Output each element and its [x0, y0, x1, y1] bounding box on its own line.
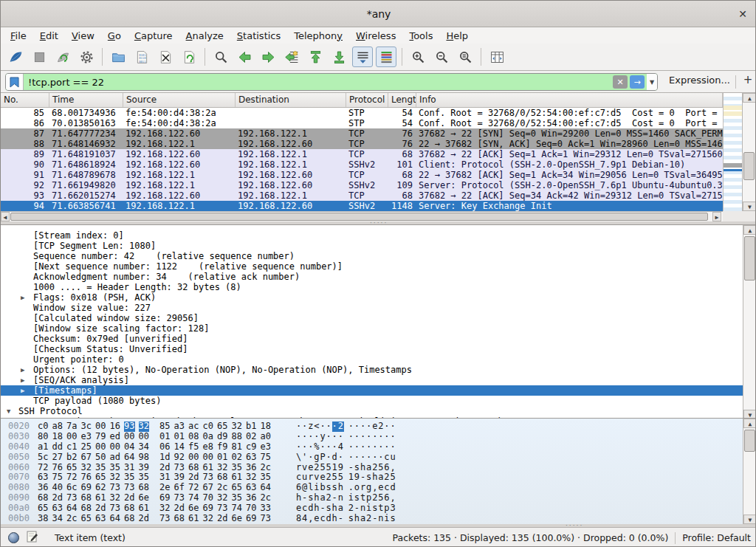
detail-line[interactable]: [Window size scaling factor: 128]	[1, 323, 743, 334]
ascii-char[interactable]: h	[338, 483, 344, 493]
status-profile[interactable]: Profile: Default	[682, 532, 751, 543]
hex-byte[interactable]: 2d	[95, 503, 106, 514]
scroll-right-icon[interactable]: ▶	[712, 212, 721, 221]
hex-bytes[interactable]: 72766532353531392d7368613235362c	[38, 463, 275, 473]
hex-byte[interactable]: 69	[203, 503, 214, 514]
hex-byte[interactable]: 74	[188, 493, 199, 503]
packet-row-92[interactable]: 9271.661949820192.168.122.1192.168.122.6…	[1, 180, 723, 190]
ascii-char[interactable]: 2	[378, 422, 384, 432]
ascii-char[interactable]: 3	[390, 503, 396, 514]
hex-byte[interactable]: 32	[232, 422, 243, 432]
hex-byte[interactable]: 72	[38, 463, 49, 473]
ascii-char[interactable]: i	[366, 503, 372, 514]
detail-line[interactable]: ▶Options: (12 bytes), No-Operation (NOP)…	[1, 365, 743, 375]
detail-line[interactable]: ▶[Timestamps]	[1, 385, 743, 396]
ascii-char[interactable]: s	[372, 503, 378, 514]
ascii-char[interactable]: .	[348, 483, 354, 493]
ascii-char[interactable]: i	[348, 493, 354, 503]
hex-ascii[interactable]: \'·gP·d·······cu	[296, 453, 396, 463]
go-forward-button[interactable]	[258, 47, 278, 67]
menu-tools[interactable]: Tools	[402, 29, 439, 43]
hex-byte[interactable]: 68	[217, 472, 228, 483]
scroll-up-icon[interactable]: ▲	[743, 419, 756, 428]
hex-row-0020[interactable]: 0020c0a87a3c0016933285a3acc06532b118··z<…	[1, 422, 743, 432]
scroll-down-icon[interactable]: ▼	[743, 202, 756, 211]
ascii-char[interactable]: ·	[302, 432, 308, 442]
restart-capture-button[interactable]	[52, 47, 73, 67]
hex-ascii[interactable]: ··z<···2····e2··	[296, 422, 396, 432]
ascii-char[interactable]: ·	[360, 453, 366, 463]
ascii-char[interactable]: c	[302, 503, 308, 514]
packet-list-vscrollbar[interactable]: ▲ ▼	[742, 93, 756, 211]
column-header-length[interactable]: Length	[388, 93, 416, 107]
hex-ascii[interactable]: 6@libssh.org,ecd	[296, 483, 396, 493]
hex-bytes[interactable]: 682d736861322d6e697374703235362c	[38, 493, 275, 503]
ascii-char[interactable]: e	[378, 483, 384, 493]
hex-byte[interactable]: 08	[188, 432, 199, 442]
ascii-char[interactable]: h	[314, 503, 320, 514]
hex-byte[interactable]: 73	[174, 493, 185, 503]
ascii-char[interactable]: p	[384, 503, 390, 514]
hex-byte[interactable]: 69	[159, 493, 171, 503]
ascii-char[interactable]: c	[384, 483, 390, 493]
hex-byte[interactable]: 2c	[261, 493, 272, 503]
hex-byte[interactable]: 68	[139, 483, 150, 493]
hex-ascii[interactable]: rve25519-sha256,	[296, 463, 396, 473]
ascii-char[interactable]: ·	[326, 422, 331, 432]
ascii-char[interactable]: ·	[372, 453, 378, 463]
ascii-char[interactable]: -	[360, 472, 366, 483]
hex-byte[interactable]: 68	[188, 463, 199, 473]
hex-byte[interactable]: 73	[203, 472, 214, 483]
hex-byte[interactable]: 68	[124, 514, 135, 524]
ascii-char[interactable]: l	[308, 483, 314, 493]
detail-line[interactable]: Checksum: 0x79ed [unverified]	[1, 334, 743, 344]
ascii-char[interactable]: s	[326, 503, 331, 514]
scrollbar-thumb[interactable]	[10, 213, 708, 221]
detail-line[interactable]: Acknowledgment number: 34 (relative ack …	[1, 272, 743, 282]
ascii-char[interactable]: z	[308, 422, 314, 432]
hex-byte[interactable]: f5	[188, 442, 199, 453]
hex-byte[interactable]: 00	[110, 442, 121, 453]
ascii-char[interactable]: e	[314, 514, 320, 524]
zoom-out-button[interactable]	[431, 47, 452, 67]
packet-row-89[interactable]: 8971.648191037192.168.122.60192.168.122.…	[1, 149, 723, 159]
hex-byte[interactable]: 61	[203, 463, 214, 473]
ascii-char[interactable]: ·	[326, 453, 331, 463]
ascii-char[interactable]: ·	[390, 442, 396, 453]
packet-list-hscrollbar[interactable]: ◀ ▶	[1, 211, 723, 221]
ascii-char[interactable]: y	[320, 432, 326, 442]
ascii-char[interactable]: r	[360, 483, 366, 493]
hex-row-0090[interactable]: 0090682d736861322d6e697374703235362ch-sh…	[1, 493, 743, 503]
hex-byte[interactable]: 1d	[159, 453, 171, 463]
ascii-char[interactable]: ·	[348, 442, 354, 453]
hex-byte[interactable]: 33	[261, 503, 272, 514]
detail-line[interactable]: Window size value: 227	[1, 303, 743, 313]
detail-line[interactable]: ▶[SEQ/ACK analysis]	[1, 375, 743, 385]
ascii-char[interactable]: ·	[354, 442, 360, 453]
ascii-char[interactable]: a	[360, 514, 366, 524]
ascii-char[interactable]: ·	[366, 432, 372, 442]
ascii-char[interactable]: 2	[338, 422, 344, 432]
ascii-char[interactable]: b	[320, 483, 326, 493]
hex-byte[interactable]: 27	[52, 453, 63, 463]
column-header-no[interactable]: No.	[1, 93, 49, 107]
ascii-char[interactable]: c	[296, 472, 302, 483]
ascii-char[interactable]: 4	[302, 514, 308, 524]
ascii-char[interactable]: ·	[360, 442, 366, 453]
ascii-char[interactable]: e	[320, 472, 326, 483]
hex-byte[interactable]: 34	[52, 514, 63, 524]
ascii-char[interactable]: ·	[338, 453, 344, 463]
ascii-char[interactable]: ,	[372, 483, 378, 493]
hex-byte[interactable]: 73	[217, 503, 228, 514]
ascii-char[interactable]: 1	[348, 472, 354, 483]
ascii-char[interactable]: \	[296, 453, 302, 463]
hex-row-0060[interactable]: 006072766532353531392d7368613235362crve2…	[1, 463, 743, 473]
hex-byte[interactable]: 39	[174, 472, 185, 483]
ascii-char[interactable]: ·	[332, 432, 338, 442]
ascii-char[interactable]: c	[320, 514, 326, 524]
ascii-char[interactable]: ·	[302, 442, 308, 453]
ascii-char[interactable]: -	[354, 503, 360, 514]
hex-byte[interactable]: 65	[217, 422, 228, 432]
hex-byte[interactable]: 65	[66, 463, 78, 473]
hex-byte[interactable]: 00	[66, 432, 78, 442]
